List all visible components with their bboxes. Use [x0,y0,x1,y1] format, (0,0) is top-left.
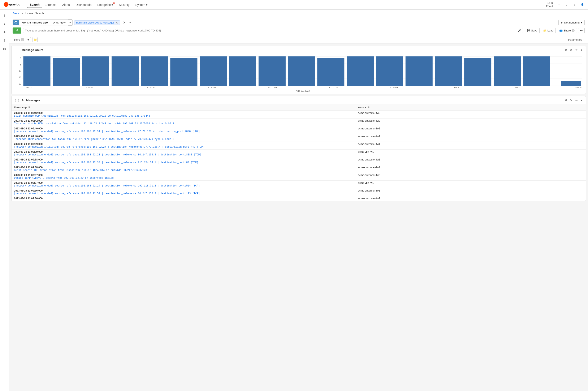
sidebar-paragraph-btn[interactable]: ¶ [1,37,8,44]
filters-label: Filters ? [12,38,24,41]
svg-rect-18 [200,56,227,86]
stream-tag-remove-btn[interactable]: ✕ [116,21,118,24]
chart-collapse-icon[interactable]: ▾ [580,48,583,52]
stream-filter-tag: Illuminate:Cisco Device Messages ✕ [74,20,120,25]
table-row: 2023-08-29 11:09:39.000 [network connect… [11,150,586,157]
nav-dashboards[interactable]: Dashboards [73,2,94,8]
load-btn[interactable]: 📁 Load [541,28,556,33]
user-icon[interactable]: 👤 [580,2,585,7]
col-header-timestamp[interactable]: timestamp ⇅ [11,104,355,111]
nav-alerts[interactable]: Alerts [60,2,72,8]
sidebar-add-btn[interactable]: + [1,29,8,36]
source-cell: acme-dmzinner-fw1 [355,188,586,196]
home-icon[interactable]: ⌂ [572,2,577,7]
time-until-value: Now [60,21,65,24]
source-cell: acme-dmzouter-fw1 [355,142,586,150]
timestamp-cell: 2023-08-29 11:09:38.000 [network connect… [11,157,355,165]
sidebar-toggle-btn[interactable]: ⋮ [1,12,8,19]
nav-streams[interactable]: Streams [43,2,59,8]
message-text[interactable]: Teardown static UDP translation from out… [14,122,353,125]
col-header-source[interactable]: source ⇅ [355,104,586,111]
messages-drag-handle[interactable]: ⋮⋮ [14,98,20,102]
external-link-icon[interactable]: ↗ [556,2,561,7]
chart-container: 20 15 10 5 0 [15,56,582,86]
message-text[interactable]: [network connection ended] source_refere… [14,184,353,187]
nav-security[interactable]: Security [116,2,132,8]
source-cell: acme-dmzouter-fw2 [355,196,586,201]
table-row: 2023-08-29 11:09:42.000 Teardown static … [11,118,586,126]
table-row: 2023-08-29 11:09:36.000 acme-dmzouter-fw… [11,196,586,201]
message-text[interactable]: Denied ICMP type=3 , code=3 from 192.168… [14,177,353,180]
stream-clear-btn[interactable]: ✕ [122,20,127,24]
breadcrumb: Search › Unsaved Search [9,10,588,17]
drag-handle-icon[interactable]: ⋮⋮ [14,48,20,52]
filter-folder-btn[interactable]: 📁 [32,37,38,42]
source-cell: acme-vpn-fw1 [355,150,586,157]
search-toolbar: From: 5 minutes ago Until: Now ▾ Illumin… [9,17,588,36]
svg-rect-28 [494,56,521,86]
sidebar-format-btn[interactable]: X1 [1,46,8,52]
breadcrumb-search-link[interactable]: Search [12,12,21,15]
svg-rect-21 [288,56,315,86]
help-icon[interactable]: ? [564,2,569,7]
filters-help-icon[interactable]: ? [21,38,24,41]
chart-external-icon[interactable]: ✕ [569,48,573,52]
message-text[interactable]: [network connection ended] source_refere… [14,192,353,195]
svg-rect-16 [141,56,168,86]
filter-add-btn[interactable]: + [26,37,31,42]
message-text[interactable]: Teardown ICMP connection for faddr 192.1… [14,138,353,141]
chart-svg [22,56,582,86]
message-text[interactable]: [network connection ended] source_refere… [14,130,353,133]
search-actions: 💾 Save 📁 Load 👥 Share ? ⋯ [525,28,585,33]
more-options-btn[interactable]: ⋯ [578,28,585,33]
microphone-icon[interactable]: 🎤 [518,29,521,32]
timestamp-value: 2023-08-29 11:09:38.000 [14,158,353,161]
message-text[interactable]: Built dynamic UDP translation from insid… [14,114,353,117]
save-btn[interactable]: 💾 Save [525,28,540,33]
nav-search[interactable]: Search [27,2,42,8]
svg-rect-23 [347,56,374,86]
not-updating-btn[interactable]: ▶ Not updating ▾ [558,20,585,25]
source-cell: acme-dmzouter-fw1 [355,134,586,142]
chart-title: Message Count [22,48,43,52]
time-range-picker[interactable]: From: 5 minutes ago Until: Now ▾ [12,19,73,26]
not-updating-label: Not updating [564,21,580,24]
left-sidebar: ⋮ i + ¶ X1 [0,10,9,391]
message-text[interactable]: [network connection ended] source_refere… [14,153,353,156]
chart-date-label: Aug 29, 2023 [15,90,582,93]
timestamp-sort-icon[interactable]: ⇅ [28,106,30,109]
sidebar-info-btn[interactable]: i [1,20,8,27]
messages-external-icon[interactable]: ✕ [569,98,573,102]
source-sort-icon[interactable]: ⇅ [368,106,370,109]
parameters-btn[interactable]: Parameters + [568,38,585,41]
chart-controls: ⧉ ✕ ✏ ▾ [564,48,583,52]
table-row: 2023-08-29 11:09:38.000 [network connect… [11,157,586,165]
timestamp-cell: 2023-08-29 11:09:36.000 [network connect… [11,188,355,196]
message-text[interactable]: [network connection initiated] source_re… [14,146,353,149]
timestamp-value: 2023-08-29 11:09:40.000 [14,127,353,130]
timestamp-cell: 2023-08-29 11:09:39.000 [network connect… [11,142,355,150]
svg-text:graylog: graylog [9,3,20,6]
messages-expand-icon[interactable]: ⧉ [564,98,568,102]
source-cell: acme-vpn-fw1 [355,181,586,188]
table-row: 2023-08-29 11:09:38.000 Built static TCP… [11,165,586,173]
time-caret-btn[interactable]: ▾ [68,19,72,26]
nav-system[interactable]: System ▾ [133,2,150,8]
share-btn[interactable]: 👥 Share ? [557,28,577,33]
nav-enterprise[interactable]: Enterprise ▾ [95,2,116,8]
messages-collapse-icon[interactable]: ▾ [580,98,583,102]
timestamp-value: 2023-08-29 11:09:42.000 [14,119,353,122]
run-search-btn[interactable] [12,27,21,34]
timestamp-cell: 2023-08-29 11:09:39.000 [network connect… [11,150,355,157]
message-text[interactable]: [network connection ended] source_refere… [14,161,353,164]
table-row: 2023-08-29 11:09:42.000 Built dynamic UD… [11,111,586,118]
share-help-icon[interactable]: ? [572,29,575,32]
stream-dropdown-btn[interactable]: ▾ [129,21,132,24]
messages-edit-icon[interactable]: ✏ [575,98,579,102]
chart-edit-icon[interactable]: ✏ [575,48,579,52]
chart-expand-icon[interactable]: ⧉ [564,48,568,52]
svg-rect-19 [229,56,256,86]
search-input[interactable] [25,29,518,32]
message-text[interactable]: Built static TCP translation from inside… [14,169,353,172]
logo[interactable]: graylog [3,1,22,8]
